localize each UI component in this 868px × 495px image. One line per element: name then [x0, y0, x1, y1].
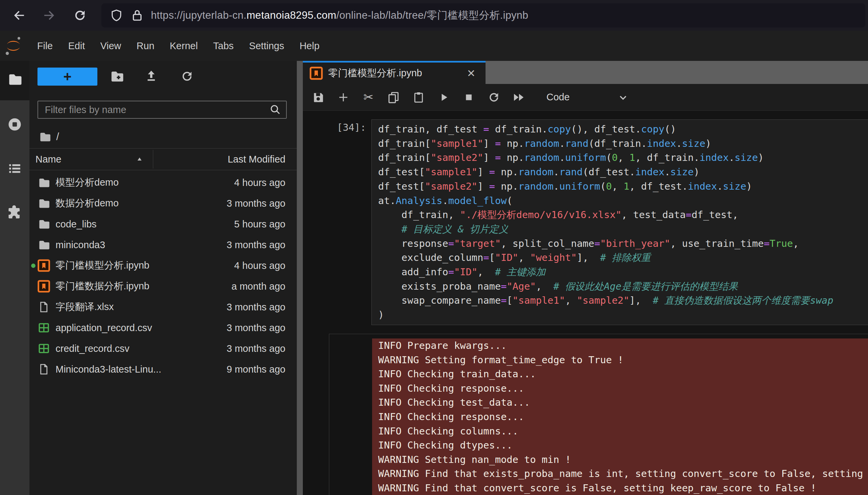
menu-settings[interactable]: Settings — [241, 31, 292, 61]
csv-icon — [37, 342, 50, 355]
notebook-icon — [310, 67, 323, 80]
browser-chrome: https://jupyterlab-cn.metanoia8295.com/o… — [0, 0, 868, 31]
menu-help[interactable]: Help — [292, 31, 327, 61]
search-icon — [269, 104, 281, 116]
file-row[interactable]: 零门槛数据分析.ipynba month ago — [30, 276, 297, 297]
jupyter-logo-icon — [5, 36, 22, 56]
output-line: WARNING Find that exists_proba_name is i… — [378, 466, 868, 481]
file-modified: a month ago — [232, 281, 285, 292]
breadcrumb[interactable]: / — [39, 130, 59, 144]
new-launcher-button[interactable]: + — [37, 68, 97, 86]
menu-kernel[interactable]: Kernel — [162, 31, 205, 61]
code-cell-editor[interactable]: df_train, df_test = df_train.copy(), df_… — [371, 119, 868, 325]
code-line: df_train, df_test = df_train.copy(), df_… — [378, 122, 868, 136]
file-modified: 5 hours ago — [234, 219, 285, 230]
file-row[interactable]: 数据分析demo3 months ago — [30, 193, 297, 214]
left-sidebar — [0, 61, 30, 495]
url-bar[interactable]: https://jupyterlab-cn.metanoia8295.com/o… — [101, 3, 865, 28]
breadcrumb-root: / — [56, 131, 59, 143]
sort-ascending-icon[interactable] — [135, 155, 144, 163]
file-name: miniconda3 — [55, 239, 105, 251]
file-row[interactable]: 模型分析demo4 hours ago — [30, 172, 297, 193]
file-icon — [37, 301, 50, 313]
chevron-down-icon[interactable] — [617, 92, 629, 103]
sidebar-file-browser-tab[interactable] — [7, 72, 22, 87]
file-name: 零门槛模型分析.ipynb — [55, 259, 149, 272]
panel-resize-handle[interactable] — [297, 61, 303, 495]
file-modified: 3 months ago — [227, 343, 285, 354]
file-modified: 3 months ago — [227, 302, 285, 313]
save-button[interactable] — [311, 90, 325, 104]
file-row[interactable]: miniconda33 months ago — [30, 235, 297, 255]
file-row[interactable]: code_libs5 hours ago — [30, 214, 297, 235]
code-line: at.Analysis.model_flow( — [378, 194, 868, 208]
browser-reload-button[interactable] — [70, 6, 90, 25]
column-header-modified[interactable]: Last Modified — [228, 154, 285, 165]
file-browser-panel: + / Name Last Modified — [30, 61, 297, 495]
url-prefix: https://jupyterlab-cn. — [151, 10, 247, 21]
code-line: swap_compare_name=["sample1", "sample2"]… — [378, 293, 868, 308]
folder-icon — [7, 72, 22, 87]
filter-files-input[interactable] — [44, 104, 269, 116]
file-row[interactable]: application_record.csv3 months ago — [30, 318, 297, 338]
folder-icon — [37, 176, 50, 189]
column-header-name[interactable]: Name — [35, 154, 61, 165]
browser-back-button[interactable] — [10, 6, 29, 25]
new-folder-button[interactable] — [108, 68, 125, 85]
notebook-content: [34]: df_train, df_test = df_train.copy(… — [303, 111, 868, 495]
file-row[interactable]: Miniconda3-latest-Linu...9 months ago — [30, 359, 297, 380]
notebook-panel: 零门槛模型分析.ipynb ✕ ✂ — [303, 61, 868, 495]
back-arrow-icon — [12, 8, 27, 23]
code-line: exclude_column=["ID", "weight"], # 排除权重 — [378, 251, 868, 265]
notebook-tab[interactable]: 零门槛模型分析.ipynb ✕ — [303, 61, 486, 84]
restart-run-all-button[interactable] — [512, 90, 526, 104]
forward-arrow-icon — [42, 8, 56, 23]
menu-run[interactable]: Run — [129, 31, 162, 61]
menu-view[interactable]: View — [93, 31, 129, 61]
lock-icon[interactable] — [132, 9, 143, 22]
file-row[interactable]: 零门槛模型分析.ipynb4 hours ago — [30, 255, 297, 276]
menu-tabs[interactable]: Tabs — [205, 31, 241, 61]
paste-cells-button[interactable] — [412, 90, 425, 104]
file-row[interactable]: credit_record.csv3 months ago — [30, 338, 297, 359]
restart-kernel-button[interactable] — [487, 90, 501, 104]
cell-output-log[interactable]: INFO Prepare kwargs...WARNING Setting fo… — [372, 339, 868, 495]
file-row[interactable]: 字段翻译.xlsx3 months ago — [30, 297, 297, 318]
menu-file[interactable]: File — [30, 31, 61, 61]
output-line: INFO Checking columns... — [378, 424, 868, 439]
menu-edit[interactable]: Edit — [61, 31, 93, 61]
sidebar-extensions-tab[interactable] — [7, 204, 22, 219]
run-cell-button[interactable] — [437, 90, 451, 104]
file-icon — [37, 363, 50, 376]
file-modified: 4 hours ago — [234, 177, 285, 188]
stop-circle-icon — [7, 117, 22, 132]
filter-files-box — [37, 101, 287, 119]
notebook-icon — [37, 259, 50, 272]
add-cell-button[interactable] — [336, 90, 350, 104]
browser-forward-button[interactable] — [39, 6, 59, 25]
code-line: df_test["sample2"] = np.random.uniform(0… — [378, 179, 868, 194]
output-line: WARNING Find that convert_score is False… — [378, 481, 868, 495]
upload-button[interactable] — [143, 68, 160, 85]
code-line: df_train, "./模型分析demo/v16/v16.xlsx", tes… — [378, 208, 868, 222]
screen: https://jupyterlab-cn.metanoia8295.com/o… — [0, 0, 868, 495]
shield-icon[interactable] — [110, 9, 123, 22]
code-line: df_test["sample1"] = np.random.rand(df_t… — [378, 165, 868, 179]
cell-type-select[interactable]: Code — [547, 92, 569, 103]
refresh-icon — [180, 70, 194, 83]
file-modified: 9 months ago — [227, 364, 285, 375]
tab-title: 零门槛模型分析.ipynb — [328, 67, 422, 80]
url-path: /online-lab/lab/tree/零门槛模型分析.ipynb — [336, 10, 528, 21]
sidebar-running-kernels-tab[interactable] — [7, 117, 22, 132]
output-line: INFO Checking response... — [378, 410, 868, 424]
url-domain: metanoia8295.com — [247, 10, 336, 21]
interrupt-kernel-button[interactable] — [462, 90, 476, 104]
list-icon — [7, 161, 22, 176]
tab-close-icon[interactable]: ✕ — [467, 67, 475, 80]
sidebar-table-of-contents-tab[interactable] — [7, 161, 22, 176]
copy-cells-button[interactable] — [386, 90, 401, 104]
file-name: code_libs — [55, 219, 97, 230]
cut-cells-button[interactable]: ✂ — [362, 90, 375, 104]
refresh-file-list-button[interactable] — [179, 68, 196, 85]
code-line: # 目标定义 & 切片定义 — [378, 222, 868, 237]
